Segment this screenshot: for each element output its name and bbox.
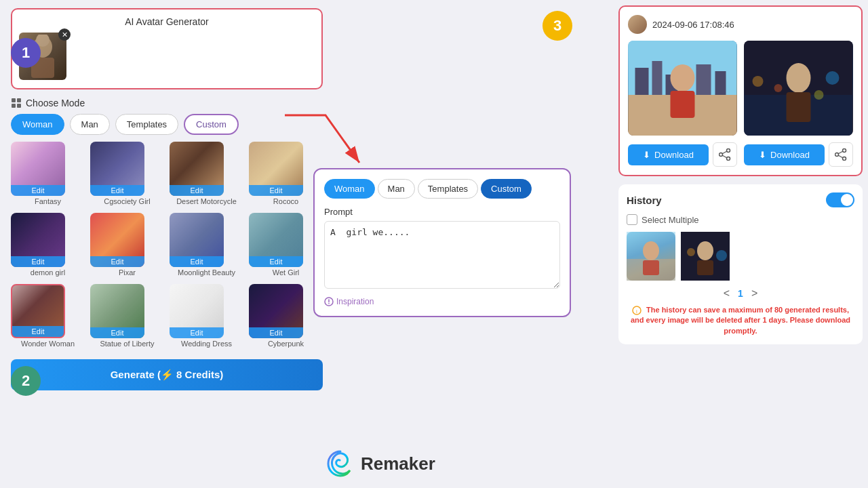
prompt-label: Prompt	[324, 207, 560, 217]
template-pixar[interactable]: Edit Pixar	[90, 213, 164, 277]
history-pagination: < 1 >	[627, 287, 854, 300]
inspiration-link[interactable]: Inspiration	[324, 297, 560, 306]
result-box: 2024-09-06 17:08:46	[618, 5, 863, 176]
svg-rect-12	[652, 61, 663, 95]
svg-line-30	[722, 155, 726, 158]
template-demon[interactable]: Edit demon girl	[11, 213, 85, 277]
history-note: i The history can save a maximum of 80 g…	[627, 305, 854, 336]
history-thumb-2[interactable]	[681, 232, 730, 281]
select-multiple-row: Select Multiple	[627, 214, 854, 225]
result-actions-left: ⬇ Download ⬇ Download	[628, 142, 853, 167]
share-button-1[interactable]	[713, 142, 737, 167]
template-moonlight[interactable]: Edit Moonlight Beauty	[170, 213, 243, 277]
history-header: History	[627, 192, 854, 207]
current-page: 1	[738, 288, 743, 299]
svg-rect-14	[696, 64, 711, 95]
download-icon-1: ⬇	[643, 150, 650, 160]
custom-tab-woman[interactable]: Woman	[324, 179, 375, 199]
brand-name: Remaker	[361, 453, 435, 474]
svg-point-27	[719, 153, 723, 157]
custom-tab-man[interactable]: Man	[378, 179, 415, 199]
svg-point-28	[727, 157, 730, 161]
template-wetgirl[interactable]: Edit Wet Girl	[249, 213, 323, 277]
svg-point-21	[774, 84, 783, 92]
svg-point-24	[787, 63, 811, 93]
svg-rect-15	[715, 71, 726, 95]
svg-rect-6	[12, 104, 16, 108]
svg-point-22	[826, 71, 840, 85]
svg-rect-11	[635, 68, 649, 95]
result-timestamp: 2024-09-06 17:08:46	[652, 20, 734, 30]
template-fantasy[interactable]: Edit Fantasy	[11, 142, 85, 206]
svg-line-29	[722, 151, 726, 154]
custom-tab-custom[interactable]: Custom	[481, 179, 532, 199]
svg-point-43	[697, 241, 713, 260]
custom-box: Woman Man Templates Custom Prompt A girl…	[313, 168, 571, 317]
svg-rect-39	[643, 260, 659, 275]
upload-box: AI Avatar Generator ✕	[11, 8, 323, 89]
step-1-circle: 1	[11, 38, 41, 68]
inspiration-icon	[324, 297, 334, 306]
svg-rect-4	[12, 98, 16, 102]
share-icon-1	[719, 148, 731, 161]
history-thumbnails	[627, 232, 854, 281]
mode-label: Choose Mode	[11, 98, 323, 108]
step-2-circle: 2	[11, 366, 41, 396]
svg-rect-44	[697, 260, 713, 275]
mode-woman-button[interactable]: Woman	[11, 114, 64, 135]
custom-tabs: Woman Man Templates Custom	[324, 179, 560, 199]
result-header: 2024-09-06 17:08:46	[628, 15, 853, 34]
close-upload-button[interactable]: ✕	[58, 28, 71, 41]
prev-page-button[interactable]: <	[724, 287, 730, 300]
svg-rect-7	[17, 104, 21, 108]
template-wedding[interactable]: Edit Wedding Dress	[170, 284, 243, 348]
history-thumb-1[interactable]	[627, 232, 675, 281]
template-cgsociety[interactable]: Edit Cgsociety Girl	[90, 142, 164, 206]
template-cyberpunk[interactable]: Edit Cyberpunk	[249, 284, 323, 348]
template-grid-row2: Edit demon girl Edit Pixar Edit Moonligh…	[11, 213, 323, 277]
result-avatar	[628, 15, 647, 34]
brand-area: Remaker	[326, 449, 435, 479]
template-desert[interactable]: Edit Desert Motorcycle	[170, 142, 243, 206]
arrow-indicator	[271, 108, 366, 176]
template-grid-row3: Edit Wonder Woman Edit Statue of Liberty…	[11, 284, 323, 348]
custom-prompt-panel: Woman Man Templates Custom Prompt A girl…	[313, 168, 571, 317]
toggle-knob	[841, 194, 853, 206]
result-images	[628, 41, 853, 136]
svg-line-35	[838, 155, 842, 158]
svg-text:i: i	[636, 308, 637, 314]
template-wonder[interactable]: Edit Wonder Woman	[11, 284, 85, 348]
svg-point-26	[727, 149, 730, 152]
generate-button[interactable]: Generate (⚡ 8 Credits)	[11, 359, 323, 390]
info-icon: i	[632, 306, 642, 315]
svg-point-20	[753, 76, 764, 87]
mode-templates-button[interactable]: Templates	[115, 114, 178, 135]
step-3-circle: 3	[542, 11, 572, 41]
brand-logo-icon	[326, 449, 355, 479]
result-image-1	[628, 41, 737, 136]
result-image-2	[744, 41, 853, 136]
left-panel: AI Avatar Generator ✕	[11, 8, 323, 480]
download-icon-2: ⬇	[759, 150, 766, 160]
svg-point-31	[843, 149, 846, 152]
svg-point-16	[671, 64, 695, 92]
history-title: History	[627, 195, 662, 206]
svg-point-33	[843, 157, 846, 161]
prompt-input[interactable]: A girl we.....	[324, 221, 560, 289]
share-button-2[interactable]	[829, 142, 853, 167]
select-multiple-checkbox[interactable]	[627, 214, 637, 225]
history-toggle[interactable]	[826, 192, 854, 207]
mode-custom-button[interactable]: Custom	[184, 114, 239, 135]
svg-point-42	[716, 250, 727, 261]
next-page-button[interactable]: >	[751, 287, 757, 300]
download-button-2[interactable]: ⬇ Download	[744, 144, 825, 165]
template-liberty[interactable]: Edit Statue of Liberty	[90, 284, 164, 348]
custom-tab-templates[interactable]: Templates	[418, 179, 478, 199]
right-panel: 2024-09-06 17:08:46	[618, 5, 863, 344]
mode-man-button[interactable]: Man	[70, 114, 110, 135]
svg-rect-5	[17, 98, 21, 102]
svg-line-34	[838, 151, 842, 154]
download-button-1[interactable]: ⬇ Download	[628, 144, 709, 165]
svg-rect-25	[787, 92, 811, 122]
mode-icon	[11, 98, 22, 108]
